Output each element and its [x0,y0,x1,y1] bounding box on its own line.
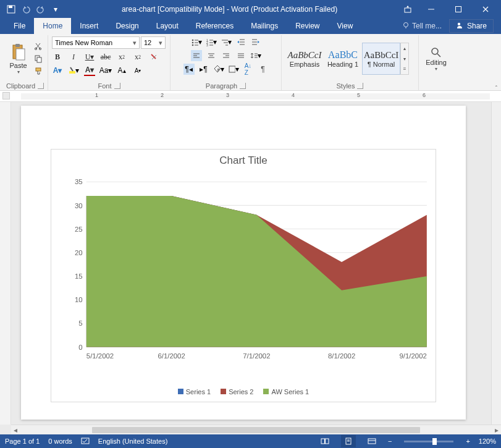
scroll-thumb[interactable] [92,427,420,433]
text-effects-button[interactable]: A▾ [52,65,63,76]
rtl-button[interactable]: ▸¶ [198,64,209,75]
styles-launcher-icon[interactable] [357,83,363,89]
style-normal[interactable]: AaBbCcI ¶ Normal [362,43,400,75]
svg-rect-2 [405,8,411,12]
italic-button[interactable]: I [68,51,79,62]
horizontal-ruler[interactable]: 1 2 3 4 5 6 [0,91,501,102]
title-bar: ▾ area-chart [Compatibility Mode] - Word… [0,0,501,18]
svg-text:3: 3 [206,43,208,46]
svg-rect-9 [16,49,25,60]
svg-point-7 [458,22,460,25]
align-right-button[interactable] [221,50,232,61]
cut-icon[interactable] [33,41,44,52]
ltr-button[interactable]: ¶◂ [183,64,195,75]
justify-button[interactable] [235,50,246,61]
font-launcher-icon[interactable] [114,83,120,89]
decrease-indent-button[interactable] [235,36,246,48]
tab-review[interactable]: Review [287,18,328,34]
styles-gallery[interactable]: AaBbCcI Emphasis AaBbC Heading 1 AaBbCcI… [285,43,409,75]
align-center-button[interactable] [206,50,217,61]
format-painter-icon[interactable] [33,66,44,77]
status-wordcount[interactable]: 0 words [48,437,72,445]
highlight-button[interactable]: ▾ [68,65,79,76]
save-icon[interactable] [6,4,16,14]
svg-rect-83 [368,439,376,444]
vertical-scrollbar[interactable] [491,102,501,425]
tab-file[interactable]: File [5,18,34,34]
subscript-button[interactable]: x2 [116,51,127,62]
maximize-button[interactable] [445,0,471,18]
zoom-slider[interactable] [404,441,453,442]
ribbon-display-options-icon[interactable] [398,0,417,18]
tab-layout[interactable]: Layout [148,18,187,34]
spell-check-icon[interactable] [81,436,90,446]
bold-button[interactable]: B [52,51,63,62]
web-layout-icon[interactable] [364,435,379,447]
change-case-button[interactable]: Aa▾ [100,65,111,76]
undo-icon[interactable] [21,4,31,14]
numbering-button[interactable]: 123▾ [206,36,217,48]
show-marks-button[interactable]: ¶ [258,64,269,75]
shrink-font-button[interactable]: A▾ [132,65,143,76]
tab-home[interactable]: Home [34,18,71,34]
sort-button[interactable]: A↓Z [243,64,254,75]
print-layout-icon[interactable] [341,435,356,447]
group-editing: Editing ▾ [419,35,456,90]
multilevel-list-button[interactable]: ▾ [221,36,232,48]
clear-format-icon[interactable] [148,51,159,62]
tab-insert[interactable]: Insert [71,18,107,34]
style-emphasis[interactable]: AaBbCcI Emphasis [285,43,324,75]
paragraph-launcher-icon[interactable] [240,83,246,89]
horizontal-scrollbar[interactable]: ◂ ▸ [11,425,501,434]
legend-item: AW Series 1 [263,388,309,395]
page: Chart Title 051015202530355/1/20026/1/20… [21,106,466,420]
style-heading-1[interactable]: AaBbC Heading 1 [324,43,362,75]
svg-rect-53 [229,66,235,72]
bullets-button[interactable]: ▾ [191,36,202,48]
borders-button[interactable]: ▾ [228,64,239,75]
embedded-chart[interactable]: Chart Title 051015202530355/1/20026/1/20… [51,149,436,402]
font-color-button[interactable]: A▾ [84,65,95,76]
zoom-in-button[interactable]: + [466,437,469,445]
align-left-button[interactable] [191,50,202,61]
qat-customize-icon[interactable]: ▾ [51,4,61,14]
minimize-button[interactable] [418,0,444,18]
svg-rect-1 [9,6,12,8]
zoom-out-button[interactable]: − [388,437,392,445]
grow-font-button[interactable]: A▴ [116,65,127,76]
svg-rect-10 [15,44,20,47]
tab-references[interactable]: References [187,18,242,34]
svg-text:9/1/2002: 9/1/2002 [400,352,427,360]
tab-view[interactable]: View [329,18,362,34]
underline-button[interactable]: U▾ [84,51,95,62]
svg-text:0: 0 [78,344,82,351]
close-button[interactable] [473,0,499,18]
line-spacing-button[interactable]: ▾ [250,50,261,61]
paste-button[interactable]: Paste ▾ [6,38,30,79]
zoom-level[interactable]: 120% [479,437,496,445]
scroll-left-icon[interactable]: ◂ [11,426,20,434]
status-page[interactable]: Page 1 of 1 [5,437,40,445]
shading-button[interactable]: ▾ [213,64,224,75]
svg-rect-16 [69,71,75,74]
svg-text:5/1/2002: 5/1/2002 [86,352,114,360]
redo-icon[interactable] [36,4,46,14]
superscript-button[interactable]: x2 [132,51,143,62]
tab-selector[interactable] [2,92,10,99]
font-name-combobox[interactable]: Times New Roman▾ [52,36,140,49]
status-language[interactable]: English (United States) [98,437,168,445]
font-size-combobox[interactable]: 12▾ [141,36,166,49]
clipboard-launcher-icon[interactable] [38,83,44,89]
scroll-right-icon[interactable]: ▸ [492,426,501,434]
vertical-ruler[interactable] [0,102,11,425]
editing-button[interactable]: Editing ▾ [423,38,450,79]
increase-indent-button[interactable] [250,36,261,48]
strikethrough-button[interactable]: abc [100,51,111,62]
copy-icon[interactable] [33,53,44,64]
tab-mailings[interactable]: Mailings [242,18,287,34]
tell-me-search[interactable]: Tell me... [397,18,447,34]
tab-design[interactable]: Design [107,18,147,34]
styles-gallery-more[interactable]: ▴▾≡ [400,43,409,75]
share-button[interactable]: Share [449,19,494,33]
read-mode-icon[interactable] [318,435,332,447]
